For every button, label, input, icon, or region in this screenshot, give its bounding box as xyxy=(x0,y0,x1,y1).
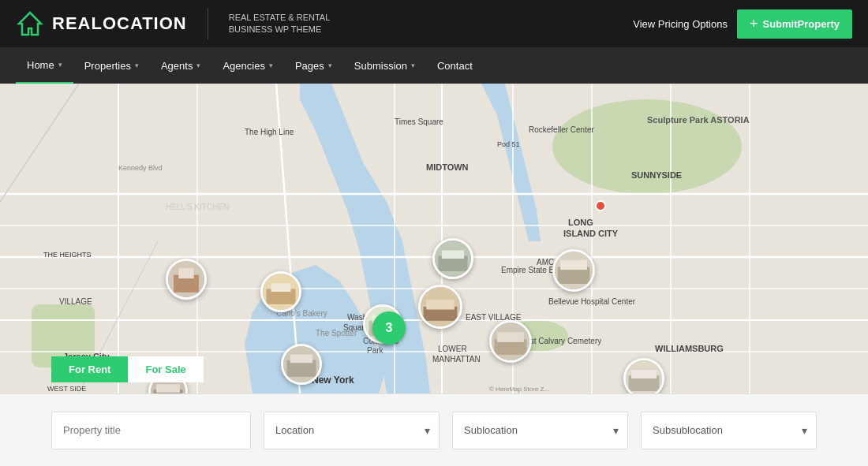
property-title-input[interactable] xyxy=(51,412,251,449)
svg-text:LOWER: LOWER xyxy=(438,345,467,353)
svg-text:Pod 51: Pod 51 xyxy=(497,140,520,148)
svg-rect-77 xyxy=(156,384,180,393)
header: REALOCATION REAL ESTATE & RENTAL BUSINES… xyxy=(0,0,868,47)
svg-rect-68 xyxy=(497,332,524,341)
svg-rect-80 xyxy=(290,355,312,363)
sublocation-select-wrapper: Sublocation Manhattan Queens Bronx xyxy=(452,412,628,449)
filter-tabs: For Rent For Sale xyxy=(51,356,204,382)
property-pin-5[interactable] xyxy=(489,320,532,363)
chevron-down-icon: ▾ xyxy=(196,62,200,69)
nav-item-home[interactable]: Home ▾ xyxy=(16,47,73,84)
location-select-wrapper: Location New York New Jersey Brooklyn xyxy=(264,412,440,449)
svg-text:MIDTOWN: MIDTOWN xyxy=(426,162,469,172)
logo-icon xyxy=(16,9,44,38)
map-container: MIDTOWN Times Square Rockefeller Center … xyxy=(0,84,868,393)
svg-text:Times Square: Times Square xyxy=(395,117,443,126)
svg-text:ISLAND CITY: ISLAND CITY xyxy=(563,229,619,238)
property-pin-10[interactable] xyxy=(432,238,473,279)
svg-rect-59 xyxy=(271,283,291,292)
nav-item-contact[interactable]: Contact xyxy=(426,47,484,84)
for-sale-tab[interactable]: For Sale xyxy=(128,356,203,382)
svg-text:Sculpture Park  ASTORIA: Sculpture Park ASTORIA xyxy=(647,115,750,125)
svg-point-2 xyxy=(552,99,742,194)
svg-text:Kennedy Blvd: Kennedy Blvd xyxy=(118,164,163,172)
tagline: REAL ESTATE & RENTAL BUSINESS WP THEME xyxy=(229,12,331,36)
nav-item-agencies[interactable]: Agencies ▾ xyxy=(211,47,283,84)
subsublocation-select-wrapper: Subsublocation Midtown Downtown Uptown xyxy=(641,412,817,449)
svg-text:MANHATTAN: MANHATTAN xyxy=(432,355,481,363)
svg-text:SUNNYSIDE: SUNNYSIDE xyxy=(631,170,682,180)
property-pin-3[interactable] xyxy=(418,285,462,329)
logo-text: REALOCATION xyxy=(52,13,187,34)
property-pin-7[interactable] xyxy=(623,358,664,393)
nav-item-pages[interactable]: Pages ▾ xyxy=(284,47,343,84)
header-divider xyxy=(208,8,208,39)
for-rent-tab[interactable]: For Rent xyxy=(51,356,128,382)
svg-rect-74 xyxy=(631,370,657,378)
svg-text:LONG: LONG xyxy=(568,218,593,227)
chevron-down-icon: ▾ xyxy=(328,62,332,69)
svg-rect-1 xyxy=(0,84,868,393)
svg-text:WEST SIDE: WEST SIDE xyxy=(47,385,86,393)
main-nav: Home ▾ Properties ▾ Agents ▾ Agencies ▾ … xyxy=(0,47,868,84)
chevron-down-icon: ▾ xyxy=(58,61,62,69)
property-pin-6[interactable] xyxy=(552,249,595,292)
sublocation-select[interactable]: Sublocation Manhattan Queens Bronx xyxy=(452,412,628,449)
svg-marker-0 xyxy=(19,13,41,35)
svg-rect-56 xyxy=(178,268,193,278)
chevron-down-icon: ▾ xyxy=(135,62,139,69)
property-pin-2[interactable] xyxy=(260,271,301,312)
subsublocation-select[interactable]: Subsublocation Midtown Downtown Uptown xyxy=(641,412,817,449)
location-select[interactable]: Location New York New Jersey Brooklyn xyxy=(264,412,440,449)
chevron-down-icon: ▾ xyxy=(411,62,415,69)
chevron-down-icon: ▾ xyxy=(269,62,273,69)
nav-item-properties[interactable]: Properties ▾ xyxy=(73,47,150,84)
svg-text:THE HEIGHTS: THE HEIGHTS xyxy=(43,251,92,259)
svg-text:The High Line: The High Line xyxy=(245,128,294,136)
nav-item-submission[interactable]: Submission ▾ xyxy=(343,47,426,84)
map-marker xyxy=(595,200,606,211)
svg-text:WILLIAMSBURG: WILLIAMSBURG xyxy=(655,344,724,353)
submit-property-button[interactable]: + SubmitProperty xyxy=(737,9,852,39)
svg-text:HELL'S KITCHEN: HELL'S KITCHEN xyxy=(166,203,229,211)
svg-rect-62 xyxy=(426,300,455,310)
svg-text:First Calvary Cemetery: First Calvary Cemetery xyxy=(521,337,601,345)
pricing-link[interactable]: View Pricing Options xyxy=(633,18,728,30)
property-pin-9[interactable] xyxy=(281,344,322,385)
svg-text:Rockefeller Center: Rockefeller Center xyxy=(529,125,594,134)
plus-icon: + xyxy=(750,16,758,32)
svg-rect-71 xyxy=(560,260,587,270)
nav-item-agents[interactable]: Agents ▾ xyxy=(150,47,211,84)
svg-text:VILLAGE: VILLAGE xyxy=(59,297,92,306)
map-background: MIDTOWN Times Square Rockefeller Center … xyxy=(0,84,868,393)
svg-text:© HereMap Store Z...: © HereMap Store Z... xyxy=(489,386,549,393)
svg-text:Bellevue Hospital Center: Bellevue Hospital Center xyxy=(548,297,636,306)
svg-text:Park: Park xyxy=(367,346,384,355)
header-right: View Pricing Options + SubmitProperty xyxy=(633,9,852,39)
svg-rect-83 xyxy=(442,250,464,259)
cluster-pin[interactable]: 3 xyxy=(372,311,406,345)
search-bar: Location New York New Jersey Brooklyn Su… xyxy=(0,393,868,466)
logo-area: REALOCATION xyxy=(16,9,187,38)
svg-text:The Spotter: The Spotter xyxy=(316,329,357,337)
property-pin-1[interactable] xyxy=(166,259,207,300)
